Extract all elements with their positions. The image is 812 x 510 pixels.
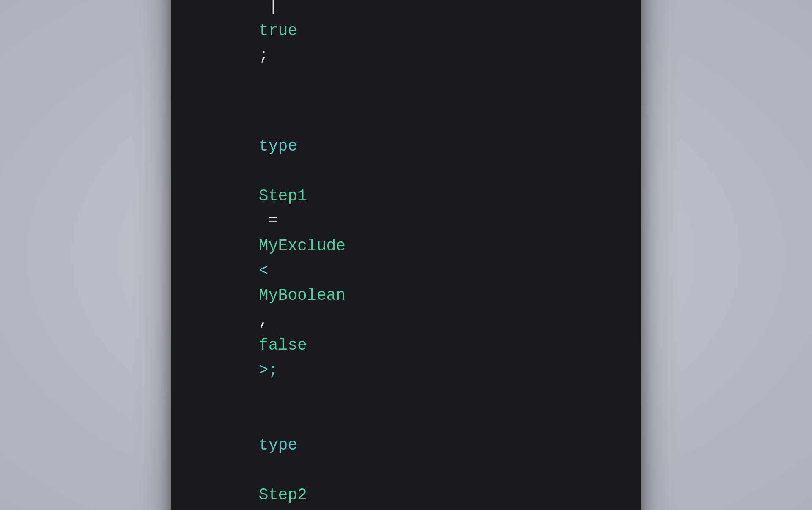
angle-open-1: < [259,262,269,280]
value-true-1: true [259,22,297,40]
code-line-3: type Step1 = MyExclude < MyBoolean , fal… [201,109,611,408]
assign-3: = [259,212,288,230]
space-4 [259,461,269,479]
ref-myexclude-1: MyExclude [259,237,346,255]
gap-2 [201,93,611,109]
space-3 [259,162,269,180]
code-line-2: type MyBoolean = false | true ; [201,0,611,93]
ref-myboolean: MyBoolean [259,286,346,304]
angle-close-semi-1: >; [259,361,278,379]
value-false-2: false [259,336,307,354]
code-panel: type MyExclude <T, U> = any ; // impleme… [171,0,641,510]
type-step1: Step1 [259,187,307,205]
keyword-type-3: type [259,137,297,155]
type-step2: Step2 [259,486,307,504]
comma-1: , [259,311,288,329]
code-line-4: type Step2 = MyExclude < false | true , … [201,408,611,510]
code-block: type MyExclude <T, U> = any ; // impleme… [201,0,611,510]
pipe-1: | [259,0,288,15]
keyword-type-4: type [259,436,297,454]
semi-2: ; [259,46,269,64]
